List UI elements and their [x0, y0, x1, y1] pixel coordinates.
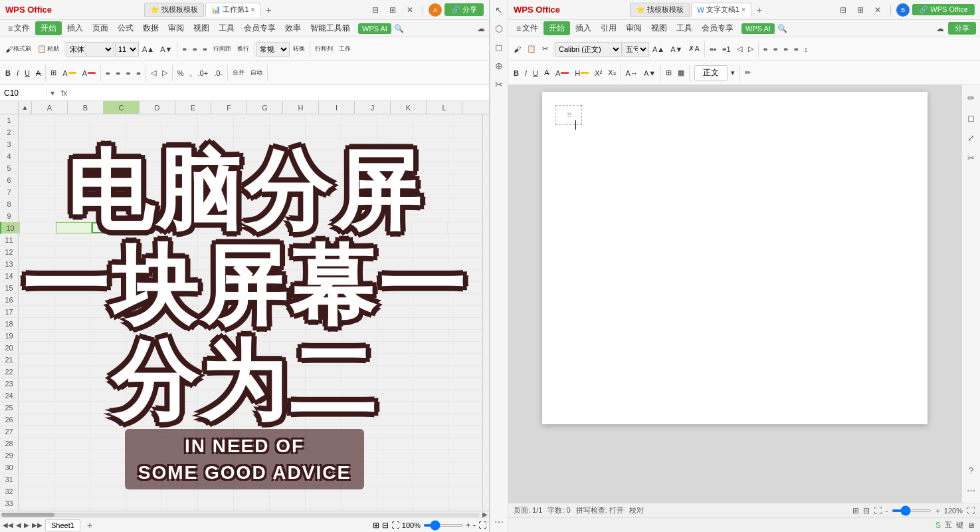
grid-cell[interactable]	[162, 174, 198, 186]
grid-cell[interactable]	[413, 390, 449, 401]
paste-btn[interactable]: 📋粘贴	[35, 43, 62, 55]
grid-cell[interactable]	[162, 438, 198, 449]
align-right-btn[interactable]: ≡	[124, 68, 133, 78]
grid-cell[interactable]	[377, 234, 413, 245]
style-more-btn-r[interactable]: ▾	[728, 67, 737, 78]
strikethrough-btn-r[interactable]: A̶	[541, 67, 552, 78]
grid-cell[interactable]	[90, 473, 126, 485]
row-number-cell[interactable]: 1	[0, 114, 19, 126]
collapse-btn-right[interactable]: ⊟	[836, 4, 850, 16]
grid-cell[interactable]	[198, 246, 234, 257]
grid-cell[interactable]	[234, 354, 270, 365]
grid-cell[interactable]	[162, 246, 198, 257]
restore-btn-right[interactable]: ⊞	[853, 4, 868, 16]
grid-cell[interactable]	[54, 438, 90, 449]
grid-cell[interactable]	[19, 378, 54, 389]
col-header-J[interactable]: J	[355, 101, 391, 114]
grid-cell[interactable]	[270, 306, 306, 317]
row-number-cell[interactable]: 17	[0, 306, 19, 317]
grid-cell[interactable]	[377, 246, 413, 257]
menu-review-left[interactable]: 审阅	[164, 21, 188, 35]
grid-cell[interactable]	[54, 306, 90, 317]
align-center-btn[interactable]: ≡	[113, 68, 122, 78]
grid-cell[interactable]	[162, 402, 198, 413]
grid-cell[interactable]	[126, 473, 162, 485]
grid-cell[interactable]	[377, 497, 413, 509]
grid-cell[interactable]	[19, 294, 54, 305]
grid-cell[interactable]	[198, 282, 234, 293]
grid-cell[interactable]	[198, 450, 234, 461]
grid-cell[interactable]	[162, 342, 198, 353]
col-header-I[interactable]: I	[319, 101, 355, 114]
grid-cell[interactable]	[234, 174, 270, 186]
grid-cell[interactable]	[198, 378, 234, 389]
row-number-cell[interactable]: 3	[0, 138, 19, 150]
font-size-select-r[interactable]: 五号小四四号12	[623, 42, 649, 57]
grid-cell[interactable]	[413, 330, 449, 341]
grid-cell[interactable]	[413, 318, 449, 329]
col-header-C[interactable]: C	[104, 101, 140, 114]
grid-cell[interactable]	[413, 294, 449, 305]
grid-cell[interactable]	[19, 330, 54, 341]
grid-cell[interactable]	[342, 150, 377, 162]
row-height-btn[interactable]: 行间距	[211, 43, 234, 55]
grid-cell[interactable]	[54, 246, 90, 257]
nav-last-btn[interactable]: ▶▶	[32, 521, 43, 529]
underline-btn-r[interactable]: U	[530, 68, 541, 78]
grid-cell[interactable]	[270, 246, 306, 257]
grid-cell[interactable]	[162, 330, 198, 341]
row-number-cell[interactable]: 32	[0, 485, 19, 497]
grid-cell[interactable]	[234, 485, 270, 497]
grid-cell[interactable]	[377, 414, 413, 425]
grid-cell[interactable]	[377, 366, 413, 377]
grid-cell[interactable]	[413, 162, 449, 174]
grid-cell[interactable]	[54, 114, 90, 126]
grid-cell[interactable]	[270, 114, 306, 126]
eraser-btn-r[interactable]: ✏	[742, 67, 753, 78]
grid-cell[interactable]	[306, 402, 342, 413]
share-btn-left[interactable]: 🔗 分享	[444, 3, 484, 16]
grid-cell[interactable]	[376, 222, 412, 233]
grid-cell[interactable]	[19, 438, 54, 449]
grid-cell[interactable]	[306, 162, 342, 174]
grid-cell[interactable]	[90, 378, 126, 389]
grid-cell[interactable]	[90, 246, 126, 257]
row-number-cell[interactable]: 21	[0, 354, 19, 365]
grid-cell[interactable]	[342, 450, 377, 461]
close-btn-left[interactable]: ✕	[403, 4, 417, 16]
grid-cell[interactable]	[90, 162, 126, 174]
font-color-btn-r[interactable]: A	[553, 68, 571, 78]
grid-cell[interactable]	[377, 282, 413, 293]
row-number-cell[interactable]: 20	[0, 342, 19, 353]
grid-cell[interactable]	[270, 342, 306, 353]
grid-cell[interactable]	[234, 282, 270, 293]
grid-cell[interactable]	[270, 450, 306, 461]
row-number-cell[interactable]: 11	[0, 234, 19, 245]
grid-cell[interactable]	[90, 450, 126, 461]
grid-cell[interactable]	[126, 150, 162, 162]
grid-cell[interactable]	[198, 198, 234, 209]
nav-prev2-btn[interactable]: ◀	[16, 521, 21, 529]
grid-cell[interactable]	[126, 114, 162, 126]
grid-cell[interactable]	[54, 234, 90, 245]
grid-cell[interactable]	[126, 174, 162, 186]
grid-cell[interactable]	[377, 473, 413, 485]
grid-cell[interactable]	[306, 462, 342, 473]
collapse-btn-left[interactable]: ⊟	[368, 4, 383, 16]
grid-cell[interactable]	[198, 485, 234, 497]
col-header-A[interactable]: A	[32, 101, 68, 114]
grid-cell[interactable]	[342, 258, 377, 269]
grid-cell[interactable]	[342, 318, 377, 329]
grid-cell[interactable]	[234, 234, 270, 245]
grid-cell[interactable]	[234, 246, 270, 257]
row-col-btn[interactable]: 行和列	[312, 43, 336, 55]
grid-cell[interactable]	[306, 294, 342, 305]
grid-cell[interactable]	[198, 174, 234, 186]
grid-cell[interactable]	[198, 366, 234, 377]
grid-cell[interactable]	[162, 162, 198, 174]
grid-cell[interactable]	[198, 114, 234, 126]
align-left-r[interactable]: ≡	[761, 44, 770, 55]
grid-cell[interactable]	[234, 258, 270, 269]
grid-cell[interactable]	[54, 366, 90, 377]
grid-cell[interactable]	[342, 210, 377, 221]
